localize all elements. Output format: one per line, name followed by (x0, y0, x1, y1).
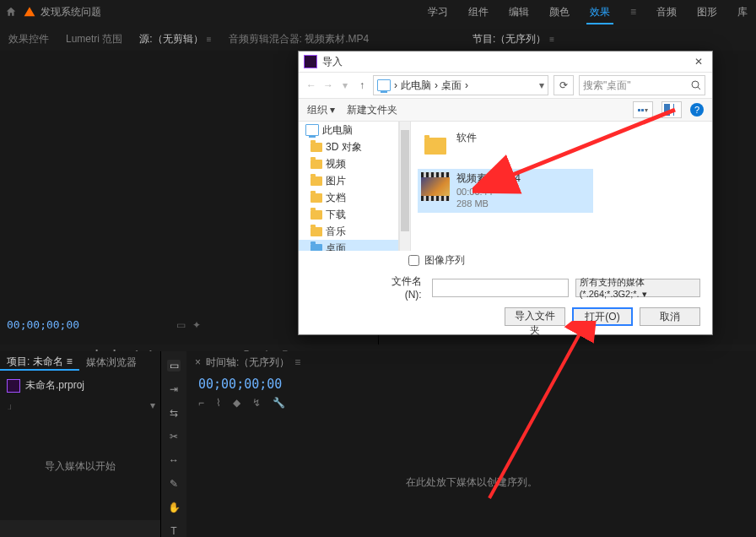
image-sequence-checkbox[interactable] (408, 255, 419, 266)
tree-item-videos[interactable]: 视频 (299, 155, 398, 172)
import-dialog: 导入 ✕ ← → ▾ ↑ › 此电脑 › 桌面 › ▾ ⟳ 搜索"桌面" 组织 … (298, 51, 713, 335)
filename-input[interactable] (432, 279, 569, 297)
breadcrumb-path[interactable]: › 此电脑 › 桌面 › ▾ (373, 75, 548, 95)
file-item-video[interactable]: 视频素材.MP4 00:00:44 288 MB (418, 169, 593, 213)
premiere-project-icon (7, 379, 20, 393)
workspace-tab-color[interactable]: 颜色 (549, 5, 570, 19)
titlebar-issue: 发现系统问题 (40, 5, 101, 19)
dialog-search-input[interactable]: 搜索"桌面" (579, 75, 705, 95)
fit-icon[interactable]: ▭ (176, 319, 186, 331)
timeline-timecode[interactable]: 00;00;00;00 (198, 377, 282, 392)
file-size: 288 MB (456, 198, 521, 209)
timeline-menu-icon[interactable]: ≡ (294, 356, 300, 368)
refresh-button[interactable]: ⟳ (554, 75, 574, 95)
timeline-panel: × 时间轴:（无序列） ≡ 00;00;00;00 ⌐ ⌇ ◆ ↯ 🔧 在此处放… (186, 351, 756, 537)
timeline-drop-area[interactable]: 在此处放下媒体以创建序列。 (186, 427, 756, 537)
file-filter-combo[interactable]: 所有支持的媒体 (*.264;*.3G2;*. ▾ (575, 279, 700, 297)
workspace-tab-graphics[interactable]: 图形 (697, 5, 717, 19)
tree-scrollbar[interactable] (399, 122, 411, 251)
nav-recent-icon[interactable]: ▾ (339, 79, 351, 91)
pen-tool-icon[interactable]: ✎ (167, 478, 181, 490)
panel-tab-effect-controls[interactable]: 效果控件 (0, 28, 57, 50)
dialog-close-button[interactable]: ✕ (690, 54, 707, 69)
track-select-tool-icon[interactable]: ⇥ (167, 383, 181, 395)
open-button[interactable]: 打开(O) (572, 307, 633, 326)
tree-item-3d[interactable]: 3D 对象 (299, 138, 398, 155)
new-folder-button[interactable]: 新建文件夹 (347, 103, 397, 117)
razor-tool-icon[interactable]: ✂ (167, 431, 181, 442)
dialog-app-icon (304, 55, 317, 68)
tl-settings-icon[interactable]: ↯ (252, 397, 261, 409)
view-mode-button[interactable]: ▾ (633, 101, 653, 118)
tree-item-this-pc[interactable]: 此电脑 (299, 122, 398, 138)
tl-marker-icon[interactable]: ◆ (233, 397, 240, 409)
tree-item-downloads[interactable]: 下载 (299, 206, 398, 223)
workspace-tab-audio[interactable]: 音频 (656, 5, 677, 19)
hand-tool-icon[interactable]: ✋ (167, 502, 181, 513)
tree-item-documents[interactable]: 文档 (299, 189, 398, 206)
pc-icon (377, 79, 391, 91)
tl-link-icon[interactable]: ⌇ (216, 397, 221, 409)
project-subpanel-toggle[interactable]: 」 (7, 399, 17, 413)
project-panel: 项目: 未命名≡ 媒体浏览器 未命名.prproj 」 ▾ 导入媒体以开始 (0, 351, 161, 537)
slip-tool-icon[interactable]: ↔ (167, 454, 181, 466)
tl-wrench-icon[interactable]: 🔧 (273, 397, 285, 409)
project-file-name: 未命名.prproj (25, 378, 84, 393)
tl-snap-icon[interactable]: ⌐ (198, 397, 204, 409)
file-item-folder[interactable]: 软件 (418, 128, 593, 164)
workspace-tabs: 学习 组件 编辑 颜色 效果 ≡ 音频 图形 库 (428, 0, 748, 24)
workspace-tab-learn[interactable]: 学习 (428, 5, 448, 19)
panel-menu-icon[interactable]: ≡ (549, 35, 554, 44)
workspace-tab-assembly[interactable]: 组件 (468, 5, 489, 19)
cancel-button[interactable]: 取消 (640, 307, 700, 326)
panel-tab-source[interactable]: 源:（无剪辑）≡ (131, 28, 219, 50)
add-icon[interactable]: ✦ (192, 319, 201, 331)
workspace-tab-editing[interactable]: 编辑 (509, 5, 529, 19)
panel-tab-lumetri[interactable]: Lumetri 范围 (57, 28, 131, 50)
search-icon (691, 80, 701, 90)
workspace-tab-libraries[interactable]: 库 (737, 5, 748, 19)
help-button[interactable]: ? (690, 103, 704, 117)
panel-tab-program[interactable]: 节目:（无序列）≡ (464, 28, 563, 50)
preview-pane-button[interactable] (662, 101, 682, 118)
file-name: 视频素材.MP4 (456, 172, 521, 186)
home-icon[interactable] (5, 6, 17, 18)
project-filter-icon[interactable]: ▾ (150, 399, 155, 411)
timeline-close-icon[interactable]: × (195, 356, 201, 368)
import-folder-button[interactable]: 导入文件夹 (505, 307, 565, 326)
warning-icon (24, 6, 35, 18)
image-sequence-label: 图像序列 (424, 253, 465, 268)
panel-tab-audio-mixer[interactable]: 音频剪辑混合器: 视频素材.MP4 (220, 28, 378, 50)
tree-item-desktop[interactable]: 桌面 (299, 240, 398, 251)
breadcrumb-dropdown-icon[interactable]: ▾ (539, 79, 544, 91)
workspace-tab-effects[interactable]: 效果 (590, 5, 610, 19)
nav-forward-icon[interactable]: → (322, 79, 334, 91)
media-browser-tab[interactable]: 媒体浏览器 (79, 355, 143, 370)
video-thumbnail-icon (421, 172, 450, 201)
ripple-tool-icon[interactable]: ⇆ (167, 407, 181, 419)
file-duration: 00:00:44 (456, 186, 521, 198)
dialog-title: 导入 (322, 55, 343, 69)
selection-tool-icon[interactable]: ▭ (167, 360, 181, 372)
dialog-folder-tree[interactable]: 此电脑 3D 对象 视频 图片 文档 下载 音乐 桌面 Win10 (C:) (299, 122, 399, 251)
nav-up-icon[interactable]: ↑ (356, 79, 368, 91)
filename-label: 文件名(N): (375, 274, 425, 301)
project-tab[interactable]: 项目: 未命名≡ (0, 355, 79, 371)
dialog-file-list[interactable]: 软件 视频素材.MP4 00:00:44 288 MB (411, 122, 712, 251)
organize-button[interactable]: 组织 ▾ (307, 103, 335, 117)
project-footer (0, 520, 160, 537)
timeline-tab[interactable]: 时间轴:（无序列） (206, 355, 289, 370)
project-drop-area[interactable]: 导入媒体以开始 (0, 413, 160, 520)
panel-close-icon[interactable]: ≡ (207, 35, 212, 44)
tool-palette: ▭ ⇥ ⇆ ✂ ↔ ✎ ✋ T (161, 351, 186, 537)
nav-back-icon[interactable]: ← (305, 79, 317, 91)
tree-item-music[interactable]: 音乐 (299, 223, 398, 240)
source-timecode[interactable]: 00;00;00;00 (7, 318, 79, 331)
tree-item-pictures[interactable]: 图片 (299, 172, 398, 189)
type-tool-icon[interactable]: T (167, 525, 181, 537)
